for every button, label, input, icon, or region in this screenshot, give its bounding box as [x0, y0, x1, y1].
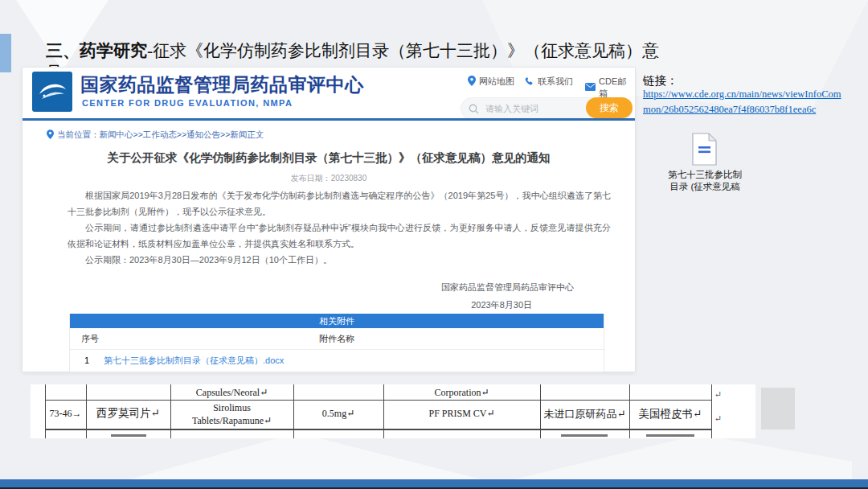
row-strength: 0.5mg↵: [293, 408, 383, 420]
row-drug-name-cn: 西罗莫司片↵: [86, 406, 170, 421]
row-import-status: 未进口原研药品↵: [540, 407, 629, 421]
clipped-text: [111, 434, 146, 437]
row-drug-name-en-line2: Tablets/Rapamune↵: [170, 414, 293, 427]
attached-doc-caption-line1: 第七十三批参比制: [637, 169, 773, 181]
attachments-columns: 序号 附件名称: [70, 328, 604, 350]
background-polygon: [514, 434, 852, 479]
slide-footer-bar: [0, 479, 868, 487]
breadcrumb[interactable]: 当前位置：新闻中心>>工作动态>>通知公告>>新闻正文: [47, 129, 264, 141]
location-pin-icon: [468, 76, 476, 88]
row-end-mark: ↵: [714, 389, 722, 400]
search-input[interactable]: [484, 99, 592, 118]
notice-paragraph-3: 公示期限：2023年8月30日—2023年9月12日（10个工作日）。: [68, 252, 611, 268]
table-gridline: [711, 384, 712, 438]
nav-mailbox[interactable]: CDE邮箱: [585, 76, 635, 100]
slide: 三、药学研究-征求《化学仿制药参比制剂目录（第七十三批）》（征求意见稿）意 见 …: [0, 0, 868, 489]
location-pin-icon: [47, 129, 54, 141]
header-divider: [23, 118, 635, 121]
attached-doc-caption: 第七十三批参比制 目录 (征求意见稿: [637, 169, 773, 193]
row-end-mark: ↵: [714, 413, 722, 424]
table-gridline: [45, 429, 711, 430]
nav-contact[interactable]: 联系我们: [525, 76, 573, 88]
search-button[interactable]: 搜索: [586, 97, 633, 118]
attachments-header: 相关附件: [70, 314, 604, 328]
nav-sitemap[interactable]: 网站地图: [468, 76, 514, 88]
attachment-row: 1 第七十三批参比制剂目录（征求意见稿）.docx: [70, 350, 604, 372]
site-subtitle: CENTER FOR DRUG EVALUATION, NMPA: [82, 98, 293, 108]
clipped-text: [646, 434, 694, 437]
background-polygon: [96, 433, 514, 479]
notice-body: 根据国家局2019年3月28日发布的《关于发布化学仿制药参比制剂遴选与确定程序的…: [68, 187, 611, 268]
row-number: 73-46→: [45, 408, 86, 420]
row-company: PF PRISM CV↵: [383, 408, 540, 420]
attached-doc-icon[interactable]: [692, 133, 717, 169]
envelope-icon: [585, 83, 596, 92]
notice-paragraph-1: 根据国家局2019年3月28日发布的《关于发布化学仿制药参比制剂遴选与确定程序的…: [68, 187, 611, 220]
breadcrumb-text: 当前位置：新闻中心>>工作动态>>通知公告>>新闻正文: [57, 129, 264, 141]
attached-doc-caption-line2: 目录 (征求意见稿: [637, 181, 773, 193]
row-source: 美国橙皮书↵: [629, 407, 711, 421]
attachment-file-link[interactable]: 第七十三批参比制剂目录（征求意见稿）.docx: [104, 350, 284, 372]
slide-title-rest: -征求《化学仿制药参比制剂目录（第七十三批）》（征求意见稿）意: [147, 41, 659, 60]
nav-contact-label: 联系我们: [538, 76, 573, 88]
search-icon: [469, 103, 479, 117]
cde-logo-icon: [32, 72, 72, 115]
prev-row-brand: Capsules/Neoral↵: [170, 386, 293, 399]
slide-title-bold: 三、药学研究: [46, 41, 147, 60]
attachment-number: 1: [84, 350, 89, 372]
phone-icon: [525, 76, 534, 88]
table-scroll-block: [761, 388, 795, 429]
nav-sitemap-label: 网站地图: [479, 76, 514, 88]
title-accent-bar: [0, 34, 11, 72]
cde-website-screenshot: 国家药品监督管理局药品审评中心 CENTER FOR DRUG EVALUATI…: [23, 68, 635, 372]
link-label: 链接：: [643, 73, 678, 88]
cde-url-line1[interactable]: https://www.cde.org.cn/main/news/viewInf…: [643, 88, 841, 101]
signature-date: 2023年8月30日: [471, 299, 532, 311]
row-drug-name-en-line1: Sirolimus: [170, 401, 293, 414]
signature-org: 国家药品监督管理局药品审评中心: [441, 281, 574, 294]
slide-title-line1: 三、药学研究-征求《化学仿制药参比制剂目录（第七十三批）》（征求意见稿）意: [46, 39, 659, 62]
table-gridline: [45, 400, 711, 401]
cde-url-line2[interactable]: mon/26b052562480ea7f4f86037b8f1eea6c: [643, 104, 816, 116]
nav-mailbox-label: CDE邮箱: [599, 76, 635, 100]
reference-preparation-table: Capsules/Neoral↵ Corporation↵ 73-46→ 西罗莫…: [31, 384, 755, 438]
row-drug-name-en: Sirolimus Tablets/Rapamune↵: [170, 401, 293, 427]
attachments-table: 相关附件 序号 附件名称 1 第七十三批参比制剂目录（征求意见稿）.docx: [69, 314, 604, 372]
col-附件名称: 附件名称: [70, 328, 604, 349]
clipped-text: [561, 434, 608, 437]
notice-paragraph-2: 公示期间，请通过参比制剂遴选申请平台中“参比制剂存疑品种申诉”模块向我中心进行反…: [68, 220, 611, 252]
search-bar: 搜索: [461, 97, 633, 120]
notice-title: 关于公开征求《化学仿制药参比制剂目录（第七十三批）》（征求意见稿）意见的通知: [23, 150, 635, 166]
site-title: 国家药品监督管理局药品审评中心: [80, 72, 364, 97]
prev-row-company: Corporation↵: [383, 386, 540, 399]
notice-publish-date: 发布日期：20230830: [23, 173, 635, 184]
